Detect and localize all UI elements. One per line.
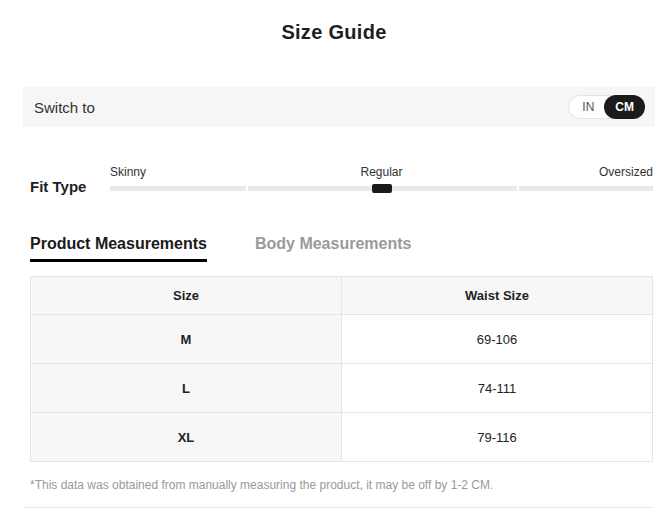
fit-type-section: Fit Type Skinny Regular Oversized [30,165,653,191]
column-header-size: Size [31,277,342,315]
size-cell: XL [31,413,342,462]
size-cell: M [31,315,342,364]
size-guide-panel: Size Guide Switch to IN CM Fit Type Skin… [0,0,668,511]
tab-body-measurements[interactable]: Body Measurements [255,235,412,262]
size-table: Size Waist Size M 69-106 L 74-111 XL 79-… [30,276,653,462]
unit-switch-bar: Switch to IN CM [23,87,655,127]
table-header-row: Size Waist Size [31,277,653,315]
unit-toggle[interactable]: IN CM [568,95,645,119]
value-cell: 74-111 [342,364,653,413]
value-cell: 79-116 [342,413,653,462]
page-title: Size Guide [0,0,668,44]
slider-thumb[interactable] [372,184,392,193]
fit-option-skinny[interactable]: Skinny [110,165,146,179]
table-row: L 74-111 [31,364,653,413]
size-cell: L [31,364,342,413]
value-cell: 69-106 [342,315,653,364]
unit-option-cm[interactable]: CM [604,95,645,119]
fit-type-label: Fit Type [30,178,110,195]
track-tick [246,186,248,191]
table-row: M 69-106 [31,315,653,364]
column-header-waist-size: Waist Size [342,277,653,315]
footnote: *This data was obtained from manually me… [30,478,653,492]
fit-option-oversized[interactable]: Oversized [599,165,653,179]
fit-type-options: Skinny Regular Oversized [110,165,653,178]
measurement-tabs: Product Measurements Body Measurements [30,235,653,262]
tab-product-measurements[interactable]: Product Measurements [30,235,207,262]
track-tick [517,186,519,191]
slider-track[interactable] [110,186,653,191]
bottom-divider [24,507,653,508]
fit-option-regular[interactable]: Regular [360,165,402,179]
table-row: XL 79-116 [31,413,653,462]
fit-type-slider[interactable]: Skinny Regular Oversized [110,165,653,191]
unit-option-in[interactable]: IN [569,96,604,118]
switch-to-label: Switch to [34,99,95,116]
